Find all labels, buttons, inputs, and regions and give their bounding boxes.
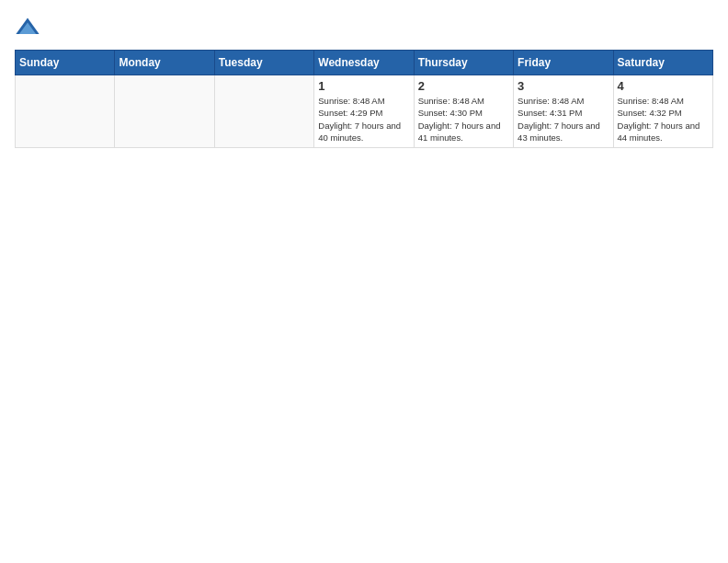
weekday-header-thursday: Thursday	[414, 51, 513, 75]
weekday-header-monday: Monday	[115, 51, 214, 75]
calendar-week-1: 1Sunrise: 8:48 AMSunset: 4:29 PMDaylight…	[16, 75, 713, 148]
logo-icon	[15, 15, 40, 40]
weekday-header-sunday: Sunday	[16, 51, 115, 75]
calendar: SundayMondayTuesdayWednesdayThursdayFrid…	[15, 50, 713, 148]
calendar-cell	[115, 75, 214, 148]
day-number: 1	[318, 79, 409, 93]
calendar-cell: 1Sunrise: 8:48 AMSunset: 4:29 PMDaylight…	[314, 75, 414, 148]
day-number: 4	[618, 79, 709, 93]
page-header	[15, 15, 713, 40]
day-info: Sunrise: 8:48 AMSunset: 4:29 PMDaylight:…	[318, 95, 409, 144]
day-number: 2	[418, 79, 509, 93]
weekday-header-friday: Friday	[514, 51, 613, 75]
day-info: Sunrise: 8:48 AMSunset: 4:31 PMDaylight:…	[518, 95, 609, 144]
logo	[15, 15, 44, 40]
day-number: 3	[518, 79, 609, 93]
calendar-cell: 2Sunrise: 8:48 AMSunset: 4:30 PMDaylight…	[414, 75, 513, 148]
calendar-cell	[214, 75, 313, 148]
calendar-cell	[16, 75, 115, 148]
day-info: Sunrise: 8:48 AMSunset: 4:30 PMDaylight:…	[418, 95, 509, 144]
weekday-header-tuesday: Tuesday	[214, 51, 313, 75]
weekday-header-saturday: Saturday	[613, 51, 712, 75]
calendar-cell: 4Sunrise: 8:48 AMSunset: 4:32 PMDaylight…	[613, 75, 712, 148]
calendar-header-row: SundayMondayTuesdayWednesdayThursdayFrid…	[16, 51, 713, 75]
calendar-cell: 3Sunrise: 8:48 AMSunset: 4:31 PMDaylight…	[514, 75, 613, 148]
weekday-header-wednesday: Wednesday	[314, 51, 414, 75]
day-info: Sunrise: 8:48 AMSunset: 4:32 PMDaylight:…	[618, 95, 709, 144]
